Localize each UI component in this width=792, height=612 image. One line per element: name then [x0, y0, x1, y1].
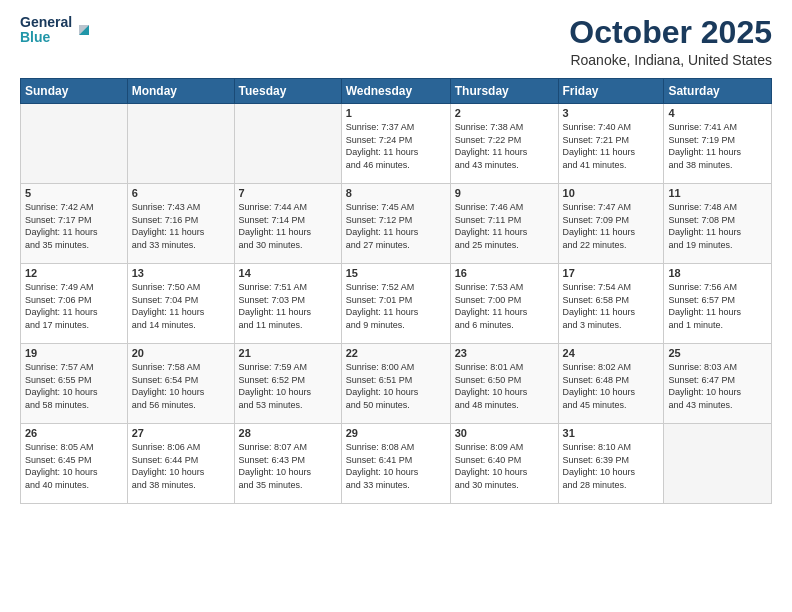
calendar-week-2: 5Sunrise: 7:42 AM Sunset: 7:17 PM Daylig… [21, 184, 772, 264]
day-info: Sunrise: 7:53 AM Sunset: 7:00 PM Dayligh… [455, 281, 554, 331]
table-cell [127, 104, 234, 184]
table-cell: 30Sunrise: 8:09 AM Sunset: 6:40 PM Dayli… [450, 424, 558, 504]
table-cell: 26Sunrise: 8:05 AM Sunset: 6:45 PM Dayli… [21, 424, 128, 504]
day-number: 23 [455, 347, 554, 359]
day-info: Sunrise: 7:42 AM Sunset: 7:17 PM Dayligh… [25, 201, 123, 251]
day-number: 2 [455, 107, 554, 119]
calendar-week-1: 1Sunrise: 7:37 AM Sunset: 7:24 PM Daylig… [21, 104, 772, 184]
day-number: 3 [563, 107, 660, 119]
day-number: 10 [563, 187, 660, 199]
day-info: Sunrise: 7:43 AM Sunset: 7:16 PM Dayligh… [132, 201, 230, 251]
col-monday: Monday [127, 79, 234, 104]
day-info: Sunrise: 8:10 AM Sunset: 6:39 PM Dayligh… [563, 441, 660, 491]
table-cell: 6Sunrise: 7:43 AM Sunset: 7:16 PM Daylig… [127, 184, 234, 264]
day-number: 4 [668, 107, 767, 119]
day-number: 9 [455, 187, 554, 199]
table-cell: 20Sunrise: 7:58 AM Sunset: 6:54 PM Dayli… [127, 344, 234, 424]
day-number: 8 [346, 187, 446, 199]
day-info: Sunrise: 7:47 AM Sunset: 7:09 PM Dayligh… [563, 201, 660, 251]
day-number: 1 [346, 107, 446, 119]
table-cell [664, 424, 772, 504]
logo: General Blue [20, 15, 93, 44]
table-cell: 29Sunrise: 8:08 AM Sunset: 6:41 PM Dayli… [341, 424, 450, 504]
day-number: 6 [132, 187, 230, 199]
day-info: Sunrise: 8:06 AM Sunset: 6:44 PM Dayligh… [132, 441, 230, 491]
day-number: 20 [132, 347, 230, 359]
table-cell: 12Sunrise: 7:49 AM Sunset: 7:06 PM Dayli… [21, 264, 128, 344]
table-cell: 17Sunrise: 7:54 AM Sunset: 6:58 PM Dayli… [558, 264, 664, 344]
calendar-table: Sunday Monday Tuesday Wednesday Thursday… [20, 78, 772, 504]
calendar-week-4: 19Sunrise: 7:57 AM Sunset: 6:55 PM Dayli… [21, 344, 772, 424]
day-info: Sunrise: 7:37 AM Sunset: 7:24 PM Dayligh… [346, 121, 446, 171]
table-cell [234, 104, 341, 184]
day-info: Sunrise: 8:08 AM Sunset: 6:41 PM Dayligh… [346, 441, 446, 491]
day-info: Sunrise: 7:49 AM Sunset: 7:06 PM Dayligh… [25, 281, 123, 331]
day-info: Sunrise: 7:41 AM Sunset: 7:19 PM Dayligh… [668, 121, 767, 171]
day-info: Sunrise: 7:54 AM Sunset: 6:58 PM Dayligh… [563, 281, 660, 331]
day-info: Sunrise: 8:01 AM Sunset: 6:50 PM Dayligh… [455, 361, 554, 411]
day-info: Sunrise: 7:57 AM Sunset: 6:55 PM Dayligh… [25, 361, 123, 411]
col-wednesday: Wednesday [341, 79, 450, 104]
day-number: 13 [132, 267, 230, 279]
table-cell: 14Sunrise: 7:51 AM Sunset: 7:03 PM Dayli… [234, 264, 341, 344]
day-number: 16 [455, 267, 554, 279]
day-info: Sunrise: 7:56 AM Sunset: 6:57 PM Dayligh… [668, 281, 767, 331]
day-number: 22 [346, 347, 446, 359]
day-number: 15 [346, 267, 446, 279]
table-cell: 15Sunrise: 7:52 AM Sunset: 7:01 PM Dayli… [341, 264, 450, 344]
day-info: Sunrise: 7:58 AM Sunset: 6:54 PM Dayligh… [132, 361, 230, 411]
table-cell: 4Sunrise: 7:41 AM Sunset: 7:19 PM Daylig… [664, 104, 772, 184]
title-area: October 2025 Roanoke, Indiana, United St… [569, 15, 772, 68]
table-cell: 7Sunrise: 7:44 AM Sunset: 7:14 PM Daylig… [234, 184, 341, 264]
day-info: Sunrise: 8:02 AM Sunset: 6:48 PM Dayligh… [563, 361, 660, 411]
location: Roanoke, Indiana, United States [569, 52, 772, 68]
table-cell: 23Sunrise: 8:01 AM Sunset: 6:50 PM Dayli… [450, 344, 558, 424]
month-title: October 2025 [569, 15, 772, 50]
col-tuesday: Tuesday [234, 79, 341, 104]
day-number: 24 [563, 347, 660, 359]
table-cell: 21Sunrise: 7:59 AM Sunset: 6:52 PM Dayli… [234, 344, 341, 424]
table-cell: 25Sunrise: 8:03 AM Sunset: 6:47 PM Dayli… [664, 344, 772, 424]
table-cell: 2Sunrise: 7:38 AM Sunset: 7:22 PM Daylig… [450, 104, 558, 184]
day-number: 12 [25, 267, 123, 279]
table-cell [21, 104, 128, 184]
day-number: 30 [455, 427, 554, 439]
day-info: Sunrise: 7:52 AM Sunset: 7:01 PM Dayligh… [346, 281, 446, 331]
day-number: 14 [239, 267, 337, 279]
day-number: 28 [239, 427, 337, 439]
col-saturday: Saturday [664, 79, 772, 104]
day-info: Sunrise: 7:50 AM Sunset: 7:04 PM Dayligh… [132, 281, 230, 331]
day-info: Sunrise: 7:46 AM Sunset: 7:11 PM Dayligh… [455, 201, 554, 251]
table-cell: 19Sunrise: 7:57 AM Sunset: 6:55 PM Dayli… [21, 344, 128, 424]
day-number: 11 [668, 187, 767, 199]
day-info: Sunrise: 8:05 AM Sunset: 6:45 PM Dayligh… [25, 441, 123, 491]
calendar-week-5: 26Sunrise: 8:05 AM Sunset: 6:45 PM Dayli… [21, 424, 772, 504]
day-info: Sunrise: 7:45 AM Sunset: 7:12 PM Dayligh… [346, 201, 446, 251]
table-cell: 11Sunrise: 7:48 AM Sunset: 7:08 PM Dayli… [664, 184, 772, 264]
day-number: 17 [563, 267, 660, 279]
day-number: 18 [668, 267, 767, 279]
day-info: Sunrise: 7:38 AM Sunset: 7:22 PM Dayligh… [455, 121, 554, 171]
day-info: Sunrise: 7:48 AM Sunset: 7:08 PM Dayligh… [668, 201, 767, 251]
day-info: Sunrise: 8:03 AM Sunset: 6:47 PM Dayligh… [668, 361, 767, 411]
table-cell: 27Sunrise: 8:06 AM Sunset: 6:44 PM Dayli… [127, 424, 234, 504]
day-number: 25 [668, 347, 767, 359]
table-cell: 10Sunrise: 7:47 AM Sunset: 7:09 PM Dayli… [558, 184, 664, 264]
page-header: General Blue October 2025 Roanoke, India… [20, 15, 772, 68]
day-info: Sunrise: 7:44 AM Sunset: 7:14 PM Dayligh… [239, 201, 337, 251]
table-cell: 22Sunrise: 8:00 AM Sunset: 6:51 PM Dayli… [341, 344, 450, 424]
day-info: Sunrise: 8:00 AM Sunset: 6:51 PM Dayligh… [346, 361, 446, 411]
day-number: 21 [239, 347, 337, 359]
day-info: Sunrise: 7:40 AM Sunset: 7:21 PM Dayligh… [563, 121, 660, 171]
day-number: 26 [25, 427, 123, 439]
day-number: 19 [25, 347, 123, 359]
calendar-header-row: Sunday Monday Tuesday Wednesday Thursday… [21, 79, 772, 104]
table-cell: 24Sunrise: 8:02 AM Sunset: 6:48 PM Dayli… [558, 344, 664, 424]
table-cell: 8Sunrise: 7:45 AM Sunset: 7:12 PM Daylig… [341, 184, 450, 264]
day-info: Sunrise: 7:59 AM Sunset: 6:52 PM Dayligh… [239, 361, 337, 411]
col-thursday: Thursday [450, 79, 558, 104]
day-number: 7 [239, 187, 337, 199]
col-friday: Friday [558, 79, 664, 104]
table-cell: 9Sunrise: 7:46 AM Sunset: 7:11 PM Daylig… [450, 184, 558, 264]
day-number: 31 [563, 427, 660, 439]
